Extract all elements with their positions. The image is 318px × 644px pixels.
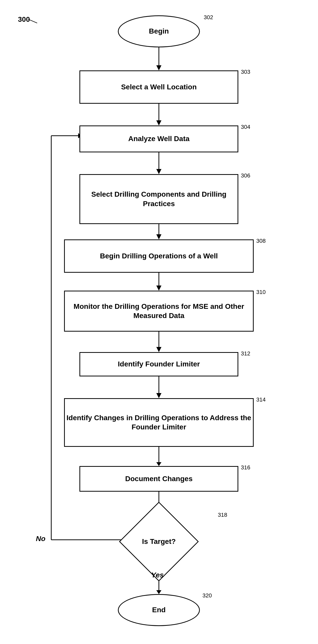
figure-label: 300 [18,15,30,24]
svg-marker-11 [156,347,161,352]
flowchart-diagram: 300 Begin 302 Select a Well Location 303… [0,0,318,644]
ref-310: 310 [256,289,266,295]
begin-node: Begin [118,15,200,47]
select-well-node: Select a Well Location [79,70,238,104]
select-well-label: Select a Well Location [121,82,197,92]
ref-302: 302 [204,14,213,21]
identify-changes-label: Identify Changes in Drilling Operations … [65,413,253,432]
ref-308: 308 [256,238,266,244]
analyze-node: Analyze Well Data [79,125,238,152]
ref-306: 306 [241,172,250,179]
begin-drilling-node: Begin Drilling Operations of a Well [64,239,254,273]
svg-marker-19 [156,590,161,594]
select-drilling-label: Select Drilling Components and Drilling … [80,190,238,208]
end-node: End [118,594,200,626]
document-label: Document Changes [125,474,193,483]
no-label: No [36,535,45,543]
yes-label: Yes [151,571,164,579]
svg-marker-13 [156,393,161,398]
ref-314: 314 [256,396,266,403]
svg-marker-9 [156,286,161,291]
identify-changes-node: Identify Changes in Drilling Operations … [64,398,254,447]
svg-marker-1 [156,65,161,70]
analyze-label: Analyze Well Data [128,134,189,143]
ref-318: 318 [218,512,227,518]
monitor-label: Monitor the Drilling Operations for MSE … [65,302,253,321]
is-target-node: Is Target? [102,513,215,570]
ref-304: 304 [241,124,250,130]
monitor-node: Monitor the Drilling Operations for MSE … [64,291,254,332]
begin-label: Begin [149,27,169,36]
end-label: End [152,605,166,615]
select-drilling-node: Select Drilling Components and Drilling … [79,174,238,224]
svg-marker-7 [156,234,161,239]
ref-316: 316 [241,464,250,471]
identify-founder-label: Identify Founder Limiter [118,360,200,369]
begin-drilling-label: Begin Drilling Operations of a Well [100,251,218,261]
svg-marker-5 [156,169,161,174]
identify-founder-node: Identify Founder Limiter [79,352,238,376]
document-node: Document Changes [79,466,238,492]
svg-marker-15 [156,462,161,466]
ref-303: 303 [241,69,250,75]
ref-312: 312 [241,350,250,357]
ref-320: 320 [202,592,212,599]
is-target-label: Is Target? [137,537,181,546]
svg-marker-3 [156,120,161,125]
